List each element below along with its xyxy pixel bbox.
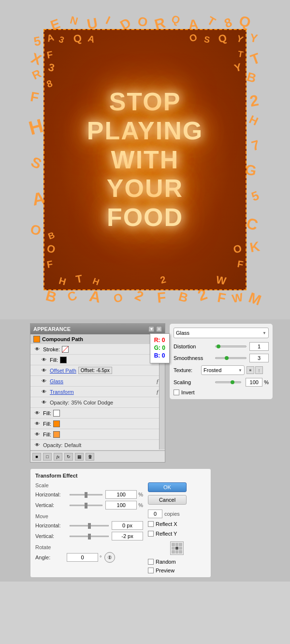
smoothness-thumb[interactable] [225,356,229,360]
fill-eye-2[interactable]: 👁 [33,409,41,417]
ok-button[interactable]: OK [148,482,187,492]
distortion-row: Distortion [174,342,269,351]
scaling-row: Scaling % [174,378,269,387]
scaling-input[interactable] [246,378,262,387]
glass-dropdown[interactable]: Glass ▼ [174,328,269,338]
reflect-x-checkbox[interactable] [148,521,154,527]
angle-unit: ° [100,554,102,560]
h-scale-input[interactable] [105,490,137,499]
color-popup: R: 0 G: 0 B: 0 [150,333,170,363]
texture-icons: ≡ ⋮ [246,366,263,374]
transform-title: Transform Effect [35,473,206,479]
copies-input[interactable] [148,509,162,518]
offset-path-row[interactable]: 👁 Offset Path Offset: -6.5px [30,365,165,376]
grid-cell-4 [172,547,175,550]
texture-dropdown[interactable]: Frosted ▼ [201,365,245,375]
scaling-thumb[interactable] [231,380,234,384]
fill-swatch-orange2[interactable] [53,431,60,438]
h-scale-unit: % [138,492,143,497]
grid-icon[interactable] [170,541,184,555]
v-scale-unit: % [138,502,143,508]
h-move-input[interactable] [112,521,143,530]
v-scale-thumb[interactable] [85,503,87,509]
reflect-y-row: Reflect Y [148,531,206,537]
fill-swatch-orange[interactable] [53,420,60,427]
stroke-rect-btn[interactable]: □ [43,453,52,461]
reflect-y-label: Reflect Y [156,531,177,537]
offset-path-label[interactable]: Offset Path [50,368,76,374]
delete-btn[interactable]: 🗑 [86,453,94,461]
random-checkbox[interactable] [148,559,154,565]
fill-swatch-white[interactable] [53,410,60,417]
cancel-button[interactable]: Cancel [148,495,187,505]
angle-input[interactable] [67,553,98,562]
preview-label: Preview [156,568,174,573]
grid-cell-9 [179,550,182,554]
duplicate-btn[interactable]: ↻ [64,453,73,461]
h-move-slider[interactable] [70,525,109,526]
h-scale-thumb[interactable] [85,492,87,498]
transform-label[interactable]: Transform [50,389,74,395]
fill-row-orange[interactable]: 👁 Fill: [30,419,165,429]
main-text-display: STOPPLAYINGWITHYOURFOOD [87,88,203,232]
stroke-eye[interactable]: 👁 [33,345,41,353]
v-move-thumb[interactable] [88,534,91,539]
fill-label-4: Fill: [43,432,51,437]
scaling-slider[interactable] [215,381,241,383]
distortion-slider[interactable] [215,345,246,347]
opacity-eye-2[interactable]: 👁 [33,441,41,449]
offset-eye[interactable]: 👁 [40,367,48,374]
h-scale-slider[interactable] [70,494,102,495]
fx-btn[interactable]: fx [54,453,62,461]
collapse-btn[interactable]: ▾ [148,326,154,332]
stroke-row[interactable]: 👁 Stroke: [30,344,165,355]
smoothness-input[interactable] [249,354,269,362]
fill-swatch-black[interactable] [60,357,67,363]
v-move-input[interactable] [112,532,143,540]
scaling-label: Scaling [174,379,212,385]
opacity-row-2[interactable]: 👁 Opacity: Default [30,440,165,450]
preview-checkbox[interactable] [148,568,154,573]
v-move-label: Vertical: [35,533,67,539]
fill-eye-4[interactable]: 👁 [33,431,41,438]
reflect-x-row: Reflect X [148,521,206,527]
reflect-y-checkbox[interactable] [148,531,154,537]
h-move-thumb[interactable] [88,523,91,529]
stroke-swatch[interactable] [62,346,69,353]
transform-eye[interactable]: 👁 [40,388,48,396]
glass-eye[interactable]: 👁 [40,377,48,385]
graph-btn[interactable]: ▦ [75,453,84,461]
panels-row-1: APPEARANCE ▾ ≡ R: 0 G: 0 B: 0 [0,323,290,464]
distortion-input[interactable] [249,342,269,351]
fill-row-black[interactable]: 👁 Fill: [30,355,165,365]
offset-badge: Offset: -6.5px [78,367,112,374]
v-scale-input[interactable] [105,501,137,509]
menu-btn[interactable]: ≡ [156,326,162,332]
v-scale-slider[interactable] [70,505,102,506]
smoothness-slider[interactable] [215,357,246,359]
texture-icon-2[interactable]: ⋮ [255,366,263,374]
opacity-eye[interactable]: 👁 [40,399,48,406]
fill-eye-3[interactable]: 👁 [33,420,41,428]
opacity-row[interactable]: 👁 Opacity: 35% Color Dodge [30,397,165,408]
v-move-slider[interactable] [70,536,109,537]
fill-row-white[interactable]: 👁 Fill: [30,408,165,419]
fill-label-1: Fill: [50,357,58,363]
transform-right: OK Cancel copies Reflect X Reflect Y [148,482,206,573]
glass-row[interactable]: 👁 Glass ƒx [30,376,165,387]
texture-icon-1[interactable]: ≡ [246,366,254,374]
appearance-title: APPEARANCE [33,326,71,332]
color-r-row: R: 0 [154,337,165,344]
panels-area: APPEARANCE ▾ ≡ R: 0 G: 0 B: 0 [0,319,290,582]
grid-cell-1 [172,543,175,546]
distortion-thumb[interactable] [217,344,220,348]
fill-eye-1[interactable]: 👁 [40,356,48,364]
copies-label: copies [164,511,180,517]
glass-label[interactable]: Glass [50,378,63,384]
transform-row[interactable]: 👁 Transform ƒx [30,387,165,397]
fill-row-orange2[interactable]: 👁 Fill: [30,429,165,440]
grid-cell-8 [175,550,179,554]
rotation-wheel[interactable] [104,552,115,563]
add-layer-btn[interactable]: ■ [32,453,41,461]
invert-checkbox[interactable] [174,389,179,395]
